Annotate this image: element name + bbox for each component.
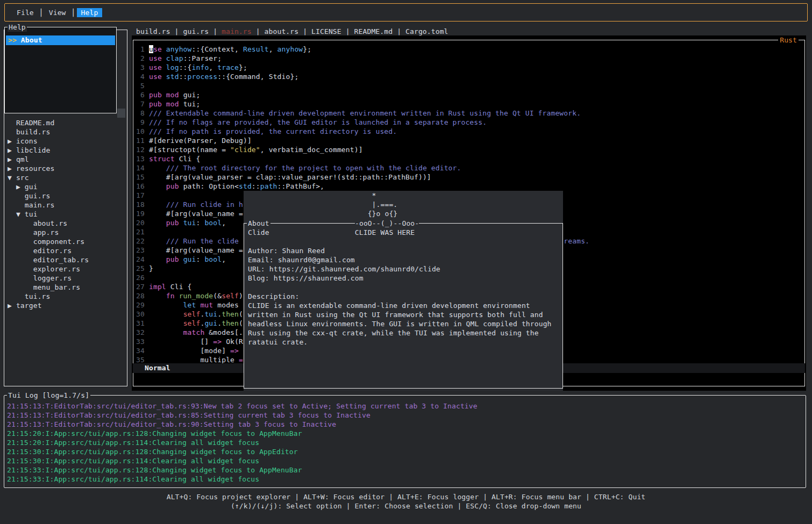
- tree-item[interactable]: app.rs: [8, 228, 89, 237]
- tree-item[interactable]: ▶ qml: [8, 155, 89, 164]
- line-number: 10: [136, 127, 145, 136]
- line-number: 14: [136, 163, 145, 173]
- menu-item-about[interactable]: >> About: [6, 35, 115, 45]
- tree-item[interactable]: tui.rs: [8, 292, 89, 301]
- log-entry: 21:15:13:T:EditorTab:src/tui/editor_tab.…: [7, 420, 478, 429]
- code-token: []: [149, 338, 213, 346]
- code-token: =>: [213, 338, 226, 346]
- code-token: ::PathBuf>,: [277, 182, 324, 190]
- code-token: bool: [204, 219, 222, 227]
- code-token: pub: [149, 182, 183, 190]
- tree-item[interactable]: ▶ resources: [8, 164, 89, 173]
- tree-item[interactable]: explorer.rs: [8, 264, 89, 274]
- tree-item[interactable]: about.rs: [8, 219, 89, 228]
- menu-item-help[interactable]: Help: [77, 8, 103, 17]
- code-token: /// If no path is provided, the current …: [149, 127, 397, 135]
- code-token: anyhow: [166, 45, 192, 53]
- code-token: ,: [234, 45, 243, 53]
- code-token: pub mod: [149, 100, 183, 108]
- tab-README.md[interactable]: README.md: [354, 27, 393, 35]
- code-line: 15 #[arg(value_parser = clap::value_pars…: [136, 173, 589, 182]
- code-token: #[arg(value_name =: [149, 210, 243, 218]
- code-token: modes: [217, 301, 239, 309]
- tab-LICENSE[interactable]: LICENSE: [311, 27, 341, 35]
- tab-separator: |: [252, 27, 265, 35]
- code-line: 5: [136, 81, 589, 90]
- tab-main.rs[interactable]: main.rs: [222, 27, 252, 35]
- line-number: 25: [136, 264, 145, 273]
- log-entry: 21:15:20:I:App:src/tui/app.rs:128:Changi…: [7, 429, 478, 438]
- tree-item[interactable]: component.rs: [8, 237, 89, 246]
- code-token: /// If no flags are provided, the GUI ed…: [149, 118, 487, 126]
- code-line: 9/// If no flags are provided, the GUI e…: [136, 118, 589, 127]
- tree-item[interactable]: editor.rs: [8, 246, 89, 255]
- line-number: 11: [136, 136, 145, 145]
- about-text-line: Author: Shaun Reed: [248, 246, 552, 255]
- tree-item[interactable]: ▶ icons: [8, 137, 89, 146]
- line-number: 3: [136, 63, 145, 72]
- about-text-line: CLIDE is an extendable command-line driv…: [248, 301, 552, 310]
- tree-item[interactable]: ▼ tui: [8, 210, 89, 219]
- code-token: Cli {: [170, 283, 192, 291]
- code-token: struct: [149, 155, 179, 163]
- code-token: ): [239, 292, 243, 300]
- code-token: run_mode: [179, 292, 213, 300]
- tree-item[interactable]: README.md: [8, 118, 89, 127]
- tab-separator: |: [341, 27, 354, 35]
- tui-log-panel[interactable]: Tui Log [log=1.7/s] 21:15:13:T:EditorTab…: [4, 395, 806, 488]
- editor-tab-bar: build.rs | gui.rs | main.rs | about.rs |…: [136, 27, 448, 36]
- tree-item[interactable]: menu_bar.rs: [8, 283, 89, 292]
- tab-about.rs[interactable]: about.rs: [265, 27, 299, 35]
- tree-item[interactable]: gui.rs: [8, 191, 89, 200]
- menu-item-view[interactable]: View: [45, 8, 70, 17]
- selection-chevrons: >>: [8, 36, 17, 44]
- code-token: ::: [252, 182, 260, 190]
- code-line: 13struct Cli {: [136, 154, 589, 163]
- tab-build.rs[interactable]: build.rs: [136, 27, 170, 35]
- line-number: 32: [136, 328, 145, 337]
- code-token: tui;: [183, 100, 201, 108]
- tab-separator: |: [209, 27, 222, 35]
- tree-item[interactable]: ▼ src: [8, 173, 89, 182]
- about-text-line: Clide CLIDE WAS HERE: [248, 228, 552, 237]
- menu-item-file[interactable]: File: [12, 8, 38, 17]
- tree-item[interactable]: main.rs: [8, 200, 89, 210]
- tree-item[interactable]: build.rs: [8, 127, 89, 137]
- code-token: .: [217, 310, 222, 318]
- code-token: /// The root directory for the project t…: [149, 164, 461, 172]
- code-token: ::{: [192, 45, 205, 53]
- code-token: /// Run the clide: [149, 237, 239, 245]
- code-token: tui: [204, 310, 217, 318]
- about-text-line: headless Linux environments. The GUI is …: [248, 319, 552, 328]
- tree-item[interactable]: ▶ target: [8, 301, 89, 310]
- tree-item[interactable]: editor_tab.rs: [8, 255, 89, 264]
- code-token: [149, 319, 183, 327]
- code-token: =: [239, 356, 243, 364]
- tree-item[interactable]: logger.rs: [8, 274, 89, 283]
- tab-Cargo.toml[interactable]: Cargo.toml: [405, 27, 448, 35]
- code-token: };: [239, 63, 247, 71]
- log-entry: 21:15:33:I:App:src/tui/app.rs:128:Changi…: [7, 465, 478, 475]
- code-token: ,: [260, 73, 269, 81]
- code-token: };: [290, 73, 298, 81]
- line-number: 19: [136, 209, 145, 218]
- tree-item[interactable]: ▶ libclide: [8, 146, 89, 155]
- code-token: use: [149, 73, 166, 81]
- line-number: 27: [136, 282, 145, 291]
- keybinding-help-bar: ALT+Q: Focus project explorer | ALT+W: F…: [0, 492, 812, 511]
- tab-gui.rs[interactable]: gui.rs: [183, 27, 209, 35]
- log-entry: 21:15:30:I:App:src/tui/app.rs:114:Cleari…: [7, 456, 478, 465]
- about-text-line: [248, 283, 552, 292]
- line-number: 18: [136, 200, 145, 209]
- tree-item[interactable]: ▶ gui: [8, 182, 89, 191]
- line-number: 17: [136, 191, 145, 200]
- about-text-line: ratatui crate.: [248, 338, 552, 347]
- line-number: 29: [136, 300, 145, 310]
- line-number: 20: [136, 218, 145, 227]
- code-token: gui;: [183, 91, 201, 99]
- explorer-scrollbar-thumb[interactable]: [117, 109, 125, 118]
- code-token: (: [239, 310, 243, 318]
- code-token: pub mod: [149, 91, 183, 99]
- code-token: ,: [222, 255, 226, 263]
- tui-log-title: Tui Log [log=1.7/s]: [7, 391, 90, 400]
